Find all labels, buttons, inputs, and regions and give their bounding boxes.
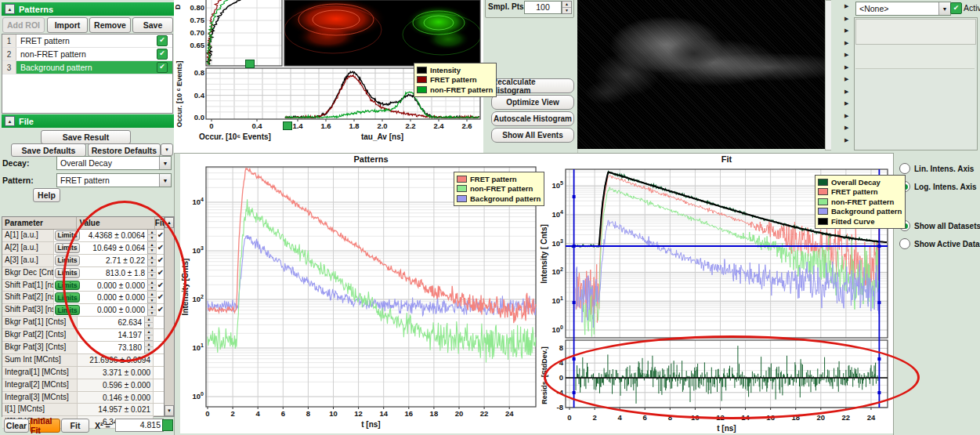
expand-arrow-icon[interactable]: ▶ (844, 3, 848, 9)
param-value-field[interactable]: 21.6996 ± 0.0094 (78, 354, 154, 366)
chevron-down-icon[interactable]: ▼ (161, 143, 173, 156)
param-spinner[interactable]: ▲▼ (144, 329, 153, 341)
optimize-view-button[interactable]: Optimize View (491, 95, 574, 110)
param-spinner[interactable]: ▲▼ (147, 280, 156, 292)
overlay-dropdown[interactable]: <None> ▼ (855, 2, 951, 16)
chevron-down-icon[interactable]: ▼ (938, 2, 950, 15)
dataset-list[interactable] (854, 17, 978, 150)
expand-arrow-icon[interactable]: ▶ (844, 100, 848, 107)
param-spinner[interactable]: ▲▼ (147, 304, 156, 316)
pattern-list-item[interactable]: 1FRET pattern✔ (2, 34, 172, 48)
show-all-events-button[interactable]: Show All Events (491, 128, 574, 143)
expand-arrow-icon[interactable]: ▶ (844, 113, 848, 119)
expand-arrow-icon[interactable]: ▶ (844, 52, 848, 58)
expand-arrow-icon[interactable]: ▶ (844, 64, 848, 71)
expand-arrow-icon[interactable]: ▶ (844, 27, 848, 34)
fit-chart-container[interactable]: 0246810121416182022241001011021031041058… (539, 154, 893, 433)
plot-drag-handle[interactable] (283, 121, 292, 130)
fit-button[interactable]: Fit (61, 419, 89, 433)
radio-log-intens-axis[interactable]: Log. Intens. Axis (899, 180, 977, 193)
clear-button[interactable]: Clear (4, 419, 29, 433)
param-spinner[interactable]: ▲▼ (147, 292, 156, 303)
param-fit-checkbox[interactable] (154, 367, 165, 379)
param-fit-checkbox[interactable] (154, 354, 165, 366)
param-value-field[interactable]: 0.000 ± 0.000▲▼ (81, 304, 157, 316)
collapse-icon[interactable]: ▲ (5, 116, 15, 126)
param-value-field[interactable]: 0.146 ± 0.000 (78, 392, 154, 404)
chevron-down-icon[interactable]: ▼ (159, 174, 171, 187)
active-checkbox[interactable]: ✔ (950, 2, 962, 14)
add-roi-button[interactable]: Add ROI (2, 17, 45, 33)
autoscale-histogram-button[interactable]: Autoscale Histogram (491, 111, 574, 126)
plot-drag-handle[interactable] (245, 60, 255, 68)
decay-dropdown[interactable]: Overall Decay ▼ (56, 156, 172, 170)
table-scrollbar[interactable]: ▲ ▼ (164, 216, 175, 417)
param-fit-checkbox[interactable] (154, 379, 165, 391)
param-spinner[interactable]: ▲▼ (144, 342, 153, 353)
expand-arrow-icon[interactable]: ▶ (844, 137, 848, 143)
limits-button[interactable]: Limits (55, 256, 80, 266)
param-value-field[interactable]: 2.71 ± 0.22▲▼ (81, 255, 157, 266)
param-spinner[interactable]: ▲▼ (147, 255, 156, 266)
save-defaults-button[interactable]: Save Defaults (11, 143, 86, 157)
collapse-icon[interactable]: ▲ (5, 4, 15, 14)
sample-points-spinner[interactable]: ▲ ▼ (562, 1, 572, 14)
param-spinner[interactable]: ▲▼ (147, 230, 156, 241)
param-value-field[interactable]: 10.649 ± 0.064▲▼ (81, 242, 157, 254)
expand-arrow-icon[interactable]: ▶ (844, 89, 848, 95)
dataset-list-row[interactable] (855, 19, 976, 45)
resize-handle[interactable] (162, 419, 173, 431)
limits-button[interactable]: Limits (55, 230, 80, 241)
dataset-list-row[interactable] (855, 45, 975, 69)
param-value-field[interactable]: 0.596 ± 0.000 (78, 379, 154, 391)
param-value-field[interactable]: 4.4368 ± 0.0064▲▼ (81, 230, 157, 241)
param-value-field[interactable]: 0.000 ± 0.000▲▼ (81, 292, 157, 303)
sample-points-input[interactable]: 100 (524, 1, 562, 14)
param-value-field[interactable]: 14.957 ± 0.021 (78, 404, 154, 415)
patterns-section-header[interactable]: ▲ Patterns (2, 2, 174, 16)
import-button[interactable]: Import (47, 17, 88, 33)
param-value-field[interactable]: 813.0 ± 1.8▲▼ (81, 267, 157, 279)
expand-arrow-icon[interactable]: ▶ (844, 76, 848, 82)
param-value-field[interactable]: 3.371 ± 0.000 (78, 367, 154, 379)
restore-defaults-button[interactable]: Restore Defaults (88, 143, 161, 157)
param-fit-checkbox[interactable] (154, 392, 165, 404)
param-spinner[interactable]: ▲▼ (144, 317, 153, 328)
param-fit-checkbox[interactable] (154, 329, 165, 341)
pattern-list-item[interactable]: 2non-FRET pattern✔ (2, 48, 172, 61)
scroll-down-icon[interactable]: ▼ (165, 405, 174, 416)
limits-button[interactable]: Limits (55, 305, 80, 315)
pattern-dropdown[interactable]: FRET pattern ▼ (56, 173, 172, 187)
remove-button[interactable]: Remove (89, 17, 131, 33)
param-spinner[interactable]: ▲▼ (147, 267, 156, 279)
limits-button[interactable]: Limits (55, 243, 80, 253)
param-value-field[interactable]: 62.634▲▼ (78, 317, 154, 328)
limits-button[interactable]: Limits (55, 292, 80, 303)
expand-arrow-icon[interactable]: ▶ (844, 16, 848, 22)
scroll-up-icon[interactable]: ▲ (165, 217, 174, 228)
pattern-row-checkbox[interactable]: ✔ (157, 35, 168, 46)
param-spinner[interactable]: ▲▼ (147, 242, 156, 254)
help-button[interactable]: Help (33, 188, 60, 202)
param-value-field[interactable]: 73.180▲▼ (78, 342, 154, 353)
recalculate-histogram-button[interactable]: Recalculate Histogram (491, 78, 574, 93)
tau-histogram-panel[interactable]: 0.800.750.700.650.80.40.000.41.41.61.82.… (174, 0, 484, 154)
pattern-row-checkbox[interactable]: ✔ (157, 49, 168, 60)
param-value-field[interactable]: 0.000 ± 0.000▲▼ (81, 280, 157, 292)
save-result-button[interactable]: Save Result (41, 130, 131, 144)
limits-button[interactable]: Limits (55, 268, 80, 278)
limits-button[interactable]: Limits (55, 281, 80, 291)
param-fit-checkbox[interactable] (154, 342, 165, 353)
chevron-down-icon[interactable]: ▼ (159, 157, 171, 169)
save-button[interactable]: Save (132, 17, 173, 33)
radio-lin-intens-axis[interactable]: Lin. Intens. Axis (899, 162, 974, 175)
pattern-row-checkbox[interactable]: ✔ (157, 62, 168, 73)
file-section-header[interactable]: ▲ File (2, 114, 174, 128)
expand-arrow-icon[interactable]: ▶ (844, 125, 848, 131)
pattern-list-item[interactable]: 3Background pattern✔ (2, 61, 172, 74)
param-fit-checkbox[interactable] (154, 404, 165, 415)
expand-arrow-icon[interactable]: ▶ (844, 40, 848, 46)
radio-show-all-datasets[interactable]: Show all Datasets (899, 219, 980, 232)
patterns-chart-container[interactable]: 024681012141618202224100101102103104Patt… (180, 154, 548, 433)
param-fit-checkbox[interactable] (154, 317, 165, 328)
